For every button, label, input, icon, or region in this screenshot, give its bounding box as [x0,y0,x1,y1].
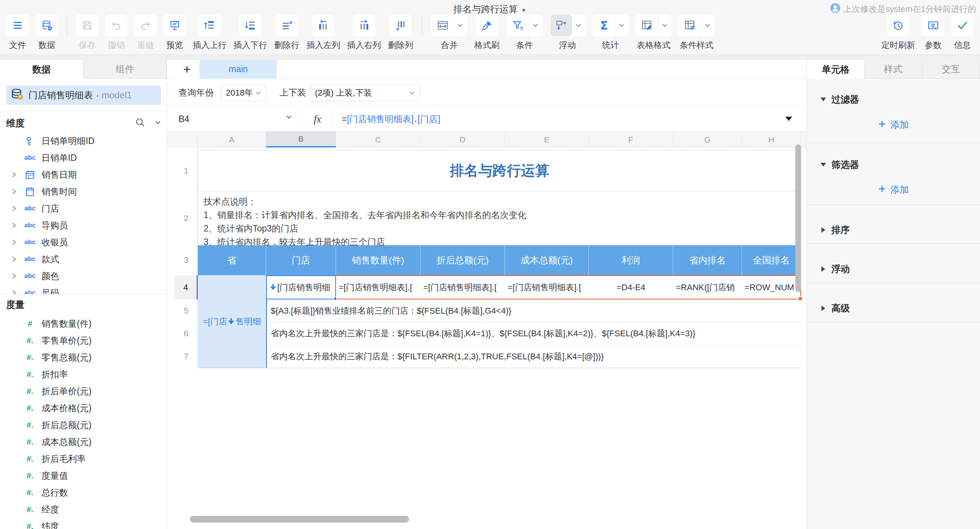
measure-item-零售单价(元)[interactable]: #.零售单价(元) [0,332,167,349]
dimension-item-颜色[interactable]: abc颜色 [0,268,167,284]
section-header-筛选器[interactable]: 筛选器 [807,157,980,172]
table-header-成本总额(元)[interactable]: 成本总额(元) [505,245,589,275]
cell-B7-merged[interactable]: 省内名次上升最快的三家门店是：${FILTER(ARR(1,2,3),TRUE,… [266,345,801,368]
cell-G4[interactable]: =RANK([门店销 [673,275,742,299]
measure-item-成本总额(元)[interactable]: #.成本总额(元) [0,433,167,450]
column-header-B[interactable]: B [266,132,336,147]
range-handle[interactable] [798,296,803,301]
chevron-right-icon[interactable] [8,222,20,228]
column-header-G[interactable]: G [673,132,742,147]
dimension-item-收银员[interactable]: abc收银员 [0,234,167,251]
merge-button[interactable]: 合并 [428,15,471,51]
sheet-tab-main[interactable]: main [200,60,277,79]
redo-button[interactable]: 重做 [131,15,160,51]
query-year-select[interactable]: 2018年 [221,84,266,101]
formula-input[interactable]: = [门店销售明细表] . [门店] [342,107,440,131]
chevron-down-icon[interactable] [701,15,714,36]
chevron-right-icon[interactable] [8,172,20,178]
chevron-down-icon[interactable] [658,15,671,36]
dimension-item-款式[interactable]: abc款式 [0,251,167,268]
chevron-down-icon[interactable] [454,15,467,36]
add-筛选器-button[interactable]: 添加 [807,183,980,197]
timed-refresh-button[interactable]: 定时刷新 [878,15,919,51]
row-header-2[interactable]: 2 [175,191,198,245]
measure-item-度量值[interactable]: #.度量值 [0,467,167,484]
table-header-折后总额(元)[interactable]: 折后总额(元) [420,245,505,275]
measure-item-成本价格(元)[interactable]: #.成本价格(元) [0,400,167,417]
section-header-排序[interactable]: 排序 [807,222,980,238]
row-header-4[interactable]: 4 [175,275,198,299]
measure-item-总行数[interactable]: #.总行数 [0,484,167,501]
chevron-right-icon[interactable] [8,205,20,212]
dimension-item-销售日期[interactable]: 销售日期 [0,166,167,183]
vertical-scrollbar[interactable] [795,144,801,292]
chevron-down-icon[interactable] [529,15,542,36]
save-button[interactable]: 保存 [73,15,102,51]
insert-col-left-button[interactable]: 插入左列 [303,15,344,51]
table-header-门店[interactable]: 门店 [266,245,336,275]
measure-item-经度[interactable]: #.经度 [0,501,167,518]
query-category-select[interactable]: (2项) 上装,下装 [310,84,420,101]
left-tab-组件[interactable]: 组件 [83,60,167,79]
chevron-down-icon[interactable] [155,120,161,127]
dimension-item-导购员[interactable]: abc导购员 [0,217,167,234]
column-header-D[interactable]: D [420,132,505,147]
formula-expand-button[interactable] [785,117,792,121]
add-sheet-button[interactable]: + [175,60,200,79]
delete-row-button[interactable]: 删除行 [271,15,303,51]
chevron-right-icon[interactable] [8,239,20,245]
row-header-3[interactable]: 3 [175,245,198,275]
measure-item-折后单价(元)[interactable]: #.折后单价(元) [0,383,167,400]
measure-item-销售数量(件)[interactable]: #销售数量(件) [0,315,167,332]
add-过滤器-button[interactable]: 添加 [807,118,980,132]
cell-title-row[interactable]: 排名与跨行运算 [198,150,801,191]
chevron-down-icon[interactable] [286,114,292,121]
file-button[interactable]: 文件 [3,15,32,51]
measure-item-零售总额(元)[interactable]: #.零售总额(元) [0,349,167,366]
table-header-省内排名[interactable]: 省内排名 [673,245,742,275]
grid-corner[interactable] [167,132,198,147]
cell-C4[interactable]: =[门店销售明细表].[ [336,275,420,299]
column-header-A[interactable]: A [198,132,266,147]
dimension-item-销售时间[interactable]: 销售时间 [0,183,167,200]
condition-style-button[interactable]: 条件样式 [675,15,718,51]
dimension-item-日销单ID[interactable]: abc日销单ID [0,149,167,166]
fill-handle[interactable] [333,297,337,301]
info-button[interactable]: 信息 [948,15,977,51]
measure-item-纬度[interactable]: #.纬度 [0,518,167,529]
float-button[interactable]: 浮动 [546,15,589,51]
horizontal-scrollbar[interactable] [190,516,409,522]
cell-F4[interactable]: =D4-E4 [589,275,673,299]
column-header-F[interactable]: F [589,132,673,147]
measure-item-折扣率[interactable]: #.折扣率 [0,366,167,383]
cell-D4[interactable]: =[门店销售明细表].[ [420,275,505,299]
insert-col-right-button[interactable]: 插入右列 [344,15,384,51]
cell-E4[interactable]: =[门店销售明细表].[ [505,275,589,299]
right-tab-样式[interactable]: 样式 [864,60,922,79]
measure-item-折后毛利率[interactable]: #.折后毛利率 [0,450,167,467]
insert-row-below-button[interactable]: 插入下行 [230,15,271,51]
data-button[interactable]: 数据 [32,15,61,51]
left-tab-数据[interactable]: 数据 [0,60,83,79]
chevron-right-icon[interactable] [8,256,20,262]
datasource-item[interactable]: 门店销售明细表 - model1 [6,86,161,105]
row-header-1[interactable]: 1 [175,150,198,191]
table-header-全国排名[interactable]: 全国排名 [742,245,801,275]
search-icon[interactable] [135,117,145,129]
delete-col-button[interactable]: 删除列 [384,15,417,51]
right-tab-单元格[interactable]: 单元格 [807,60,864,79]
format-painter-button[interactable]: 格式刷 [471,15,503,51]
row-header-6[interactable]: 6 [175,322,198,345]
column-header-E[interactable]: E [505,132,589,147]
table-header-销售数量(件)[interactable]: 销售数量(件) [336,245,420,275]
row-header-5[interactable]: 5 [175,299,198,322]
right-tab-交互[interactable]: 交互 [922,60,980,79]
preview-button[interactable]: 预览 [160,15,189,51]
section-header-浮动[interactable]: 浮动 [807,261,980,277]
chevron-down-icon[interactable] [572,15,585,36]
cell-A4-merged[interactable]: =[门店售明细 [198,275,266,368]
insert-row-above-button[interactable]: 插入上行 [189,15,230,51]
undo-button[interactable]: 撤销 [102,15,131,51]
dimension-item-尺码[interactable]: abc尺码 [0,284,167,294]
column-header-C[interactable]: C [336,132,420,147]
